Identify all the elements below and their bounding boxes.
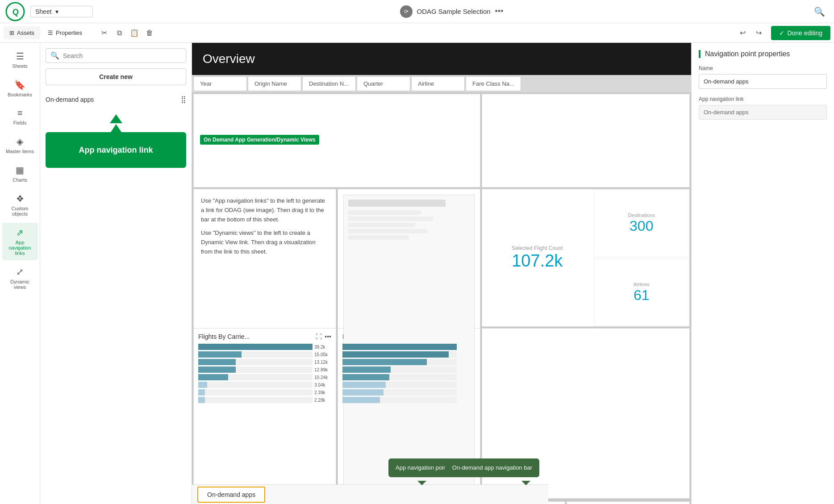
fields-label: Fields — [13, 120, 26, 125]
paste-icon[interactable]: 📋 — [127, 26, 142, 40]
filter-airline[interactable]: Airline — [411, 76, 465, 91]
filter-dest-label: Destination N... — [309, 80, 349, 87]
bottom-nav-bar: On-demand apps — [192, 484, 548, 504]
sidebar-item-master-items[interactable]: ◈ Master items — [2, 132, 38, 158]
chevron-down-icon: ▾ — [55, 8, 58, 15]
destinations-box: Destinations 300 — [594, 189, 690, 257]
fields-icon: ≡ — [17, 108, 23, 118]
more-options-icon[interactable]: ••• — [495, 7, 504, 16]
charts-label: Charts — [13, 177, 27, 183]
redo-icon[interactable]: ↪ — [751, 26, 766, 40]
airlines-box: Airlines 61 — [594, 258, 690, 326]
sidebar-item-bookmarks[interactable]: 🔖 Bookmarks — [2, 75, 38, 102]
properties-icon: ☰ — [48, 29, 53, 36]
bar-row: 10.54k — [342, 344, 475, 350]
filter-year[interactable]: Year — [193, 76, 247, 91]
bar-track — [342, 344, 457, 350]
bar-track — [198, 382, 313, 388]
search-input[interactable] — [63, 52, 181, 59]
section-title: On-demand apps — [46, 96, 94, 103]
bar-fill — [342, 389, 384, 396]
copy-icon[interactable]: ⧉ — [112, 26, 126, 40]
properties-tab[interactable]: ☰ Properties — [42, 26, 88, 39]
bookmarks-label: Bookmarks — [8, 92, 32, 97]
sheet-dropdown-label: Sheet — [35, 8, 52, 15]
bar-track — [342, 397, 457, 403]
bar-fill — [342, 397, 380, 403]
cut-icon[interactable]: ✂ — [97, 26, 111, 40]
filter-quarter[interactable]: Quarter — [357, 76, 410, 91]
bar-fill — [198, 351, 242, 358]
search-icon[interactable]: 🔍 — [810, 3, 829, 21]
sheet-dropdown[interactable]: Sheet ▾ — [30, 6, 93, 17]
chart-carrier-bars: 39.2k 15.05k 13.12k 12.89k — [198, 344, 331, 403]
sidebar-item-dynamic-views[interactable]: ⤢ Dynamic views — [2, 262, 38, 294]
bar-row: 9.83k — [342, 351, 475, 358]
sidebar-item-custom-objects[interactable]: ❖ Custom objects — [2, 189, 38, 221]
delete-icon[interactable]: 🗑 — [142, 26, 157, 40]
undo-redo: ↩ ↪ — [735, 26, 766, 40]
bar-fill — [342, 359, 427, 365]
sidebar-item-fields[interactable]: ≡ Fields — [2, 104, 38, 130]
bar-val-5: 3.04k — [314, 383, 331, 387]
dynamic-views-icon: ⤢ — [16, 267, 24, 277]
bar-row: 3.99k — [342, 382, 475, 388]
bar-row: 12.89k — [198, 367, 331, 373]
sheet-header: Overview — [192, 43, 691, 75]
on-demand-apps-nav-item[interactable]: On-demand apps — [197, 487, 265, 503]
preview-line-4 — [348, 223, 415, 227]
nav-link-card[interactable]: App navigation link — [46, 132, 186, 168]
link-readonly: On-demand apps — [699, 105, 827, 120]
search-box[interactable]: 🔍 — [46, 48, 186, 63]
custom-objects-label: Custom objects — [5, 206, 35, 217]
chart-carrier: Flights By Carrie... ⛶ ••• 39.2k 15.05k — [193, 328, 336, 499]
odag-link[interactable]: On Demand App Generation/Dynamic Views — [200, 135, 319, 145]
link-prop-label: App navigation link — [699, 96, 827, 102]
filter-origin-name[interactable]: Origin Name — [248, 76, 301, 91]
master-items-icon: ◈ — [17, 136, 23, 147]
info-text: Use "App navigation links" to the left t… — [194, 189, 336, 268]
bar-track — [342, 359, 457, 365]
selected-count-box: Selected Flight Count 107.2k — [482, 189, 592, 326]
bar-track — [198, 351, 313, 358]
bar-row: 10.24k — [198, 374, 331, 380]
bar-val-2: 13.12k — [314, 360, 331, 365]
sidebar-item-sheets[interactable]: ☰ Sheets — [2, 46, 38, 73]
more-icon[interactable]: ••• — [325, 333, 331, 340]
assets-icon: ⊞ — [9, 29, 14, 36]
airlines-value: 61 — [634, 287, 650, 304]
bar-fill — [198, 344, 313, 350]
master-items-label: Master items — [6, 149, 34, 154]
content-grid: On Demand App Generation/Dynamic Views U… — [192, 92, 691, 500]
destinations-value: 300 — [630, 218, 653, 234]
sidebar-item-charts[interactable]: ▦ Charts — [2, 160, 38, 187]
sync-icon: ⟳ — [400, 5, 413, 18]
name-input[interactable] — [699, 74, 827, 89]
odag-header-cell: On Demand App Generation/Dynamic Views — [193, 94, 480, 187]
create-new-button[interactable]: Create new — [46, 68, 186, 85]
bar-row: 4.36k — [342, 374, 475, 380]
filter-destination[interactable]: Destination N... — [302, 76, 356, 91]
main-layout: ☰ Sheets 🔖 Bookmarks ≡ Fields ◈ Master i… — [0, 43, 834, 504]
bar-val-3: 12.89k — [314, 367, 331, 372]
bar-track — [198, 359, 313, 365]
bar-row: 3.48k — [342, 397, 475, 403]
filter-fare-class[interactable]: Fare Class Na... — [466, 76, 521, 91]
sheets-icon: ☰ — [16, 51, 24, 62]
right-panel-title: Navigation point properties — [705, 50, 790, 58]
assets-tab[interactable]: ⊞ Assets — [4, 26, 40, 39]
empty-header-cell — [482, 94, 690, 187]
undo-icon[interactable]: ↩ — [735, 26, 750, 40]
filter-quarter-label: Quarter — [363, 80, 383, 87]
done-editing-button[interactable]: ✓ Done editing — [771, 26, 830, 40]
expand-icon[interactable]: ⛶ — [316, 333, 322, 340]
qlik-logo: Q — [5, 2, 25, 21]
bar-track — [198, 344, 313, 350]
stats-row: Selected Flight Count 107.2k Destination… — [482, 189, 690, 327]
sidebar-item-app-nav[interactable]: ⇗ App navigation links — [2, 223, 38, 260]
grid-icon[interactable]: ⣿ — [181, 95, 186, 104]
bar-track — [198, 397, 313, 403]
bar-track — [342, 389, 457, 396]
content-area: Overview Year Origin Name Destination N.… — [192, 43, 691, 504]
done-label: Done editing — [787, 29, 822, 37]
